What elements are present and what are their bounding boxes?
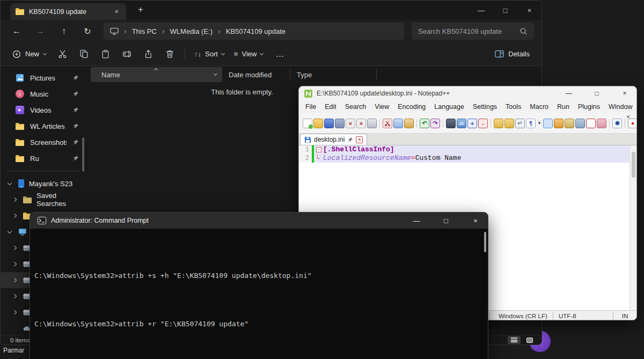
replace-icon[interactable]: ab [457,119,466,128]
sidebar-item-wl-articles[interactable]: WL Articles [1,118,86,134]
menu-search[interactable]: Search [341,103,371,111]
undo-icon[interactable]: ↶ [420,119,429,128]
back-button[interactable]: ← [6,26,27,36]
column-header-name[interactable]: Name [91,67,222,82]
breadcrumb-this-pc[interactable]: This PC [132,27,157,35]
terminal-scrollbar[interactable] [484,232,486,252]
cut-icon[interactable] [383,119,392,128]
sidebar-item-videos[interactable]: ▶ Videos [1,102,86,118]
menu-tools[interactable]: Tools [501,103,525,111]
paste-icon[interactable] [404,119,414,128]
copy-icon[interactable] [393,119,403,128]
terminal-output[interactable]: C:\Windows\System32>attrib +s +h "E:\KB5… [30,229,488,359]
menu-plugins[interactable]: Plugins [574,103,604,111]
column-header-type[interactable]: Type [290,71,376,79]
dropdown-icon[interactable]: ▼ [537,119,542,128]
delete-button[interactable] [159,46,180,62]
chevron-right-icon[interactable] [12,294,17,298]
details-pane-button[interactable]: Details [489,47,535,61]
tab-close-icon[interactable]: × [356,136,363,143]
menu-language[interactable]: Language [430,103,469,111]
chevron-right-icon[interactable] [12,278,17,282]
new-file-icon[interactable] [303,119,312,128]
fold-margin[interactable]: - [314,145,323,154]
close-button[interactable]: × [463,213,488,229]
forward-button[interactable]: → [30,26,51,36]
editor-scrollbar[interactable] [630,145,636,310]
refresh-button[interactable]: ↻ [77,26,98,36]
document-tab-desktop-ini[interactable]: desktop.ini × [300,134,367,145]
cut-button[interactable] [52,46,73,62]
close-file-icon[interactable]: × [346,119,355,128]
sidebar-item-music[interactable]: ♪ Music [1,86,86,102]
function-list-icon[interactable] [554,119,564,128]
zoom-out-icon[interactable]: - [478,119,488,128]
share-button[interactable] [137,46,159,62]
indent-guide-icon[interactable] [543,119,553,128]
breadcrumb-current-folder[interactable]: KB5074109 update [226,27,286,35]
new-button[interactable]: New [7,47,52,62]
save-icon[interactable] [324,119,334,128]
folder-as-workspace-icon[interactable] [597,119,606,128]
menu-help[interactable]: ? [636,103,637,111]
print-icon[interactable] [367,119,377,128]
menu-settings[interactable]: Settings [469,103,501,111]
minimize-button[interactable]: — [469,1,493,20]
search-input[interactable]: Search KB5074109 update [412,23,534,40]
paste-button[interactable] [94,46,116,62]
sidebar-item-screenshots[interactable]: Screenshots [1,134,86,150]
maximize-button[interactable]: □ [493,1,517,20]
chevron-right-icon[interactable] [12,262,17,266]
zoom-in-icon[interactable]: + [467,119,477,128]
view-button[interactable]: ≡ View [229,47,268,61]
cmd-title-bar[interactable]: Administrator: Command Prompt — □ × [30,213,488,229]
column-header-date-modified[interactable]: Date modified [222,71,290,79]
chevron-right-icon[interactable] [12,246,17,250]
redo-icon[interactable]: ↷ [430,119,440,128]
word-wrap-icon[interactable]: ↵ [515,119,525,128]
chevron-right-icon[interactable] [12,197,17,202]
column-divider[interactable] [376,69,377,80]
find-icon[interactable] [446,119,456,128]
close-icon[interactable]: × [626,113,630,121]
sync-vertical-icon[interactable] [494,119,503,128]
explorer-tab[interactable]: KB5074109 update × [10,3,126,20]
sort-button[interactable]: ↑↓ Sort [189,47,229,61]
show-all-characters-icon[interactable]: ¶ [526,119,536,128]
menu-file[interactable]: File [301,103,320,111]
open-file-icon[interactable] [313,119,323,128]
desktop-item-label[interactable]: Parmar [3,347,24,354]
sidebar-item-phone[interactable]: Mayank's S23 [1,175,86,192]
menu-edit[interactable]: Edit [320,103,341,111]
close-button[interactable]: × [613,86,636,100]
rename-button[interactable] [116,46,137,62]
doc-list-icon[interactable] [586,119,596,128]
more-options-button[interactable]: … [268,49,292,59]
details-view-button[interactable] [508,336,521,344]
minimize-button[interactable]: — [557,86,581,100]
chevron-right-icon[interactable] [12,214,17,218]
maximize-button[interactable]: □ [434,213,458,229]
up-button[interactable]: ↑ [53,26,75,36]
maximize-button[interactable]: □ [585,86,609,100]
view-eye-icon[interactable] [612,119,622,128]
menu-window[interactable]: Window [604,103,636,111]
document-map-icon[interactable] [575,119,585,128]
save-all-icon[interactable] [335,119,345,128]
document-switcher-icon[interactable] [565,119,574,128]
tab-close-icon[interactable]: × [112,8,121,16]
address-bar[interactable]: › This PC › WLMedia (E:) › KB5074109 upd… [104,23,404,40]
sidebar-scrollbar[interactable] [82,137,84,172]
menu-run[interactable]: Run [553,103,574,111]
chevron-right-icon[interactable] [12,310,17,314]
chevron-down-icon[interactable] [8,229,12,233]
pin-icon[interactable] [347,137,353,143]
menu-view[interactable]: View [370,103,393,111]
menu-macro[interactable]: Macro [525,103,553,111]
copy-button[interactable] [73,46,94,62]
sidebar-item-saved-searches[interactable]: Saved Searches [1,192,86,208]
breadcrumb-drive[interactable]: WLMedia (E:) [170,27,213,35]
chevron-down-icon[interactable] [214,72,217,76]
sidebar-item-pictures[interactable]: Pictures [1,70,86,86]
sync-horizontal-icon[interactable] [504,119,514,128]
